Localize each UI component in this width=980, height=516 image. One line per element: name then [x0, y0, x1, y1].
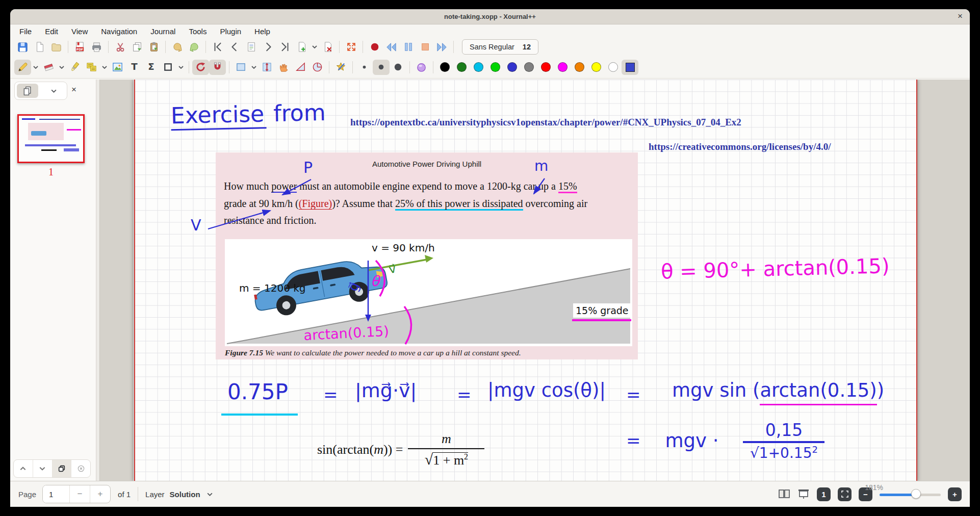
color-swatch-7[interactable] — [558, 62, 568, 72]
scroll-down-button[interactable] — [33, 460, 53, 477]
font-selector-button[interactable]: Sans Regular 12 — [462, 39, 538, 55]
font-name: Sans Regular — [470, 43, 514, 51]
license-url-link[interactable]: https://creativecommons.org/licenses/by/… — [649, 141, 831, 152]
hand-tool-button[interactable] — [275, 60, 292, 75]
figure-reference-link[interactable]: (Figure) — [299, 198, 332, 210]
color-swatch-4[interactable] — [507, 62, 517, 72]
shape-dropdown-chevron-icon[interactable] — [176, 60, 186, 75]
cut-button[interactable] — [112, 39, 128, 55]
menu-view[interactable]: View — [71, 27, 88, 36]
duplicate-page-button[interactable] — [53, 460, 72, 477]
pen-dropdown-chevron-icon[interactable] — [31, 60, 40, 75]
grid-snap-magnet-button[interactable] — [209, 60, 226, 75]
eraser-dropdown-chevron-icon[interactable] — [57, 60, 66, 75]
thickness-medium-button[interactable] — [373, 60, 390, 75]
scroll-up-button[interactable] — [14, 460, 33, 477]
text-tool-button[interactable]: T — [126, 60, 143, 75]
insert-image-button[interactable] — [109, 60, 126, 75]
new-file-button[interactable] — [31, 39, 48, 55]
sidebar-close-icon[interactable]: × — [71, 85, 76, 95]
color-swatch-3[interactable] — [491, 62, 500, 72]
dual-page-view-icon[interactable] — [778, 488, 790, 500]
next-page-button[interactable] — [260, 39, 276, 55]
color-swatch-0[interactable] — [440, 62, 450, 72]
menu-plugin[interactable]: Plugin — [220, 27, 241, 36]
page-increment-button[interactable]: + — [90, 485, 110, 503]
goto-page-button[interactable] — [243, 39, 260, 55]
layer-dropdown-chevron-icon[interactable] — [207, 491, 213, 498]
sidebar-dropdown-chevron-icon[interactable] — [50, 88, 57, 94]
color-swatch-8[interactable] — [575, 62, 584, 72]
zoom-in-button[interactable]: + — [948, 487, 962, 501]
color-swatch-10[interactable] — [608, 62, 618, 72]
page-decrement-button[interactable]: − — [69, 485, 90, 503]
print-button[interactable] — [88, 39, 105, 55]
color-swatch-6[interactable] — [541, 62, 551, 72]
menu-help[interactable]: Help — [254, 27, 270, 36]
drawing-canvas[interactable]: Exercise from https://opentextbc.ca/univ… — [100, 80, 970, 481]
zoom-slider-thumb[interactable] — [911, 489, 921, 499]
menu-tools[interactable]: Tools — [189, 27, 207, 36]
save-button[interactable] — [14, 39, 31, 55]
first-page-button[interactable] — [209, 39, 226, 55]
close-icon[interactable]: × — [958, 11, 963, 21]
snippets-dropdown-chevron-icon[interactable] — [100, 60, 109, 75]
latex-tool-button[interactable]: Σ — [143, 60, 160, 75]
shape-tool-button[interactable] — [160, 60, 176, 75]
color-swatch-1[interactable] — [457, 62, 467, 72]
zoom-fit-button[interactable] — [838, 487, 852, 501]
fullscreen-button[interactable] — [343, 39, 359, 55]
record-audio-button[interactable] — [366, 39, 383, 55]
new-page-after-button[interactable] — [293, 39, 310, 55]
zoom-100-button[interactable]: 1 — [817, 487, 831, 501]
color-swatch-5[interactable] — [524, 62, 534, 72]
menu-journal[interactable]: Journal — [150, 27, 175, 36]
color-swatch-2[interactable] — [474, 62, 483, 72]
shape-recognizer-button[interactable] — [332, 60, 349, 75]
new-page-dropdown-chevron-icon[interactable] — [310, 39, 319, 55]
setsquare-tool-button[interactable] — [292, 60, 309, 75]
menu-navigation[interactable]: Navigation — [101, 27, 137, 36]
open-folder-button[interactable] — [48, 39, 65, 55]
page-number-input[interactable] — [43, 485, 69, 503]
equals-2: = — [457, 384, 472, 405]
snippets-tool-button[interactable] — [83, 60, 100, 75]
layer-value[interactable]: Solution — [170, 490, 200, 499]
copy-button[interactable] — [128, 39, 145, 55]
highlighter-tool-button[interactable] — [66, 60, 83, 75]
sidebar-splitter[interactable] — [96, 80, 100, 481]
menu-edit[interactable]: Edit — [45, 27, 58, 36]
page-thumbnail[interactable] — [17, 114, 85, 163]
presentation-view-icon[interactable] — [797, 488, 810, 500]
rotation-snap-button[interactable] — [192, 60, 209, 75]
compass-tool-button[interactable] — [309, 60, 326, 75]
forward-button[interactable] — [433, 39, 450, 55]
source-url-link[interactable]: https://opentextbc.ca/universityphysicsv… — [350, 117, 741, 128]
pause-button[interactable] — [400, 39, 417, 55]
svg-text:PDF: PDF — [76, 47, 83, 50]
solution-denominator: √1+0.152 — [750, 444, 818, 461]
last-page-button[interactable] — [276, 39, 293, 55]
color-picker-button[interactable] — [622, 60, 638, 75]
delete-page-preview-button[interactable] — [71, 460, 90, 477]
color-swatch-9[interactable] — [591, 62, 601, 72]
eraser-tool-button[interactable] — [40, 60, 57, 75]
stop-button[interactable] — [417, 39, 433, 55]
thickness-thick-button[interactable] — [390, 60, 406, 75]
undo-button[interactable] — [169, 39, 186, 55]
select-rectangle-button[interactable] — [233, 60, 249, 75]
rewind-button[interactable] — [383, 39, 400, 55]
fill-tool-button[interactable] — [413, 60, 430, 75]
thickness-fine-button[interactable] — [356, 60, 373, 75]
paste-button[interactable] — [145, 39, 162, 55]
zoom-slider[interactable] — [880, 487, 941, 501]
menu-file[interactable]: File — [19, 27, 32, 36]
delete-page-button[interactable] — [319, 39, 336, 55]
export-pdf-button[interactable]: PDF — [71, 39, 88, 55]
preview-pages-button[interactable] — [17, 84, 38, 98]
select-dropdown-chevron-icon[interactable] — [249, 60, 259, 75]
vertical-space-tool-button[interactable] — [259, 60, 275, 75]
pen-tool-button[interactable] — [14, 60, 31, 75]
redo-button[interactable] — [186, 39, 202, 55]
previous-page-button[interactable] — [226, 39, 243, 55]
